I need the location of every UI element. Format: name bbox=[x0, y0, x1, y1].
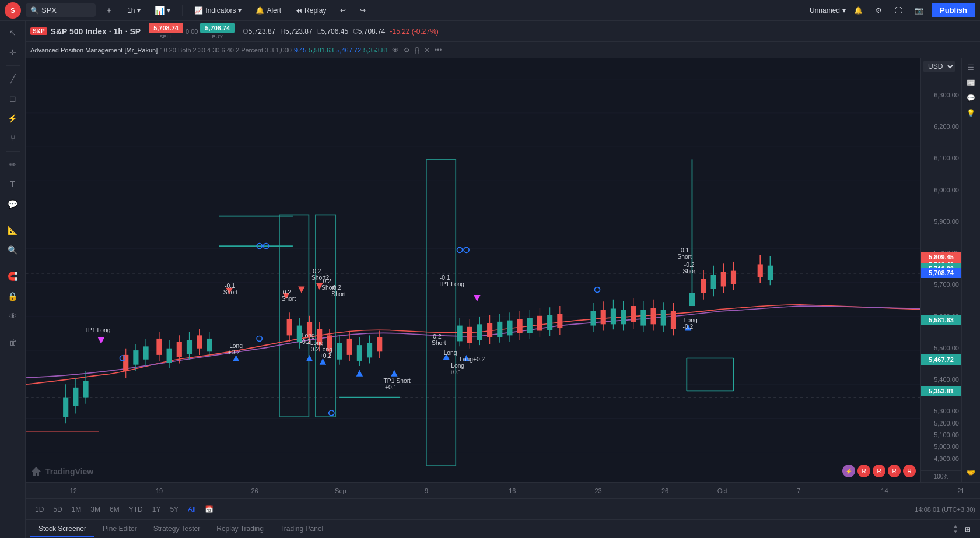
period-6m[interactable]: 6M bbox=[105, 503, 124, 516]
right-sidebar: ☰ 📰 💬 💡 🤝 bbox=[961, 58, 980, 482]
period-ytd[interactable]: YTD bbox=[124, 503, 148, 516]
indicators-button[interactable]: 📈 Indicators ▾ bbox=[190, 4, 246, 17]
symbol-input[interactable] bbox=[41, 6, 88, 15]
low-value: L5,706.45 bbox=[317, 27, 348, 36]
crosshair-tool[interactable]: ✛ bbox=[4, 43, 22, 62]
svg-rect-93 bbox=[590, 311, 596, 326]
svg-rect-107 bbox=[661, 310, 666, 326]
settings-button[interactable]: ⚙ bbox=[871, 4, 887, 17]
watchlist-icon[interactable]: ☰ bbox=[964, 61, 978, 75]
shapes-tool[interactable]: ◻ bbox=[4, 89, 22, 108]
alert-button[interactable]: 🔔 Alert bbox=[251, 4, 286, 17]
delete-indicator-icon[interactable]: ✕ bbox=[423, 46, 431, 54]
svg-rect-101 bbox=[631, 306, 636, 322]
period-5d[interactable]: 5D bbox=[48, 503, 66, 516]
panel-resize-arrows[interactable]: ▲ ▼ bbox=[953, 523, 958, 535]
callout-tool[interactable]: 💬 bbox=[4, 195, 22, 213]
screenshot-button[interactable]: 📷 bbox=[910, 4, 928, 17]
period-3m[interactable]: 3M bbox=[86, 503, 105, 516]
svg-text:-0.1: -0.1 bbox=[440, 275, 450, 281]
brush-tool[interactable]: ✏ bbox=[4, 155, 22, 174]
tab-trading-panel[interactable]: Trading Panel bbox=[272, 521, 331, 537]
zoom-tool[interactable]: 🔍 bbox=[4, 241, 22, 259]
eye-indicator-icon[interactable]: 👁 bbox=[391, 46, 400, 54]
undo-button[interactable]: ↩ bbox=[335, 4, 351, 17]
period-1y[interactable]: 1Y bbox=[148, 503, 166, 516]
svg-text:Short: Short bbox=[223, 289, 238, 296]
trash-tool[interactable]: 🗑 bbox=[4, 333, 22, 351]
interval-button[interactable]: 1h ▾ bbox=[123, 4, 145, 17]
period-bar: 1D 5D 1M 3M 6M YTD 1Y 5Y All 📅 14:08:01 … bbox=[26, 498, 980, 519]
svg-rect-39 bbox=[156, 339, 162, 355]
lock-indicator-icon[interactable]: {} bbox=[414, 46, 421, 54]
expand-panel-button[interactable]: ⊞ bbox=[960, 523, 975, 536]
tab-strategy-tester[interactable]: Strategy Tester bbox=[145, 521, 208, 537]
magnet-tool[interactable]: 🧲 bbox=[4, 267, 22, 286]
svg-rect-63 bbox=[347, 339, 352, 355]
currency-selector[interactable]: USD bbox=[921, 58, 961, 75]
social-icon-1[interactable]: ⚡ bbox=[842, 465, 855, 477]
publish-button[interactable]: Publish bbox=[932, 3, 975, 17]
eye-tool[interactable]: 👁 bbox=[4, 307, 22, 325]
social-icon-2[interactable]: R bbox=[858, 465, 870, 477]
svg-text:+0.1: +0.1 bbox=[450, 370, 462, 376]
notification-button[interactable]: 🔔 bbox=[849, 4, 867, 17]
chart-svg: -0.1 Short 0.2 Short 0.2 Short2 0.2 Shor… bbox=[26, 58, 921, 482]
period-5y[interactable]: 5Y bbox=[165, 503, 183, 516]
symbol-name[interactable]: S&P 500 Index · 1h · SP bbox=[51, 27, 141, 36]
ideas-icon[interactable]: 💡 bbox=[964, 106, 978, 120]
fib-tool[interactable]: ⚡ bbox=[4, 109, 22, 128]
svg-text:0.2: 0.2 bbox=[433, 333, 442, 340]
measure-tool[interactable]: 📐 bbox=[4, 221, 22, 240]
replay-button[interactable]: ⏮ Replay bbox=[290, 4, 331, 17]
redo-button[interactable]: ↪ bbox=[355, 4, 370, 17]
trendline-tool[interactable]: ╱ bbox=[4, 69, 22, 88]
date-range-button[interactable]: 📅 bbox=[200, 503, 218, 516]
arrow-down-icon[interactable]: ▼ bbox=[953, 529, 958, 535]
time-label-26b: 26 bbox=[662, 487, 668, 494]
lock-tool[interactable]: 🔒 bbox=[4, 287, 22, 305]
currency-select[interactable]: USD bbox=[923, 61, 955, 72]
svg-rect-77 bbox=[487, 323, 492, 337]
add-chart-button[interactable]: ＋ bbox=[100, 3, 118, 18]
svg-text:Long: Long bbox=[444, 350, 457, 356]
more-indicator-icon[interactable]: ••• bbox=[433, 46, 443, 54]
bell-icon: 🔔 bbox=[854, 6, 863, 15]
text-tool[interactable]: T bbox=[4, 175, 22, 194]
svg-rect-67 bbox=[367, 343, 372, 358]
svg-rect-75 bbox=[477, 324, 482, 340]
arrow-up-icon[interactable]: ▲ bbox=[953, 523, 958, 529]
news-icon[interactable]: 📰 bbox=[964, 76, 978, 90]
svg-rect-51 bbox=[287, 319, 292, 335]
chevron-down-icon: ▾ bbox=[167, 6, 170, 15]
price-mid: 0.00 bbox=[186, 28, 198, 35]
chart-type-button[interactable]: 📊 ▾ bbox=[150, 3, 175, 17]
cursor-tool[interactable]: ↖ bbox=[4, 23, 22, 42]
symbol-search[interactable]: 🔍 bbox=[26, 3, 96, 17]
chart-canvas[interactable]: -0.1 Short 0.2 Short 0.2 Short2 0.2 Shor… bbox=[26, 58, 921, 482]
social-icon-4[interactable]: R bbox=[888, 465, 901, 477]
tab-pine-editor[interactable]: Pine Editor bbox=[94, 521, 145, 537]
time-label-12: 12 bbox=[70, 487, 77, 494]
chevron-down-icon: ▾ bbox=[842, 6, 846, 15]
social-icon-3[interactable]: R bbox=[873, 465, 886, 477]
fullscreen-button[interactable]: ⛶ bbox=[890, 4, 907, 17]
handshake-icon[interactable]: 🤝 bbox=[964, 466, 978, 480]
tab-replay-trading[interactable]: Replay Trading bbox=[208, 521, 272, 537]
svg-rect-47 bbox=[197, 335, 202, 348]
chat-icon[interactable]: 💬 bbox=[964, 91, 978, 105]
buy-button[interactable]: 5,708.74 bbox=[200, 23, 235, 33]
sell-button[interactable]: 5,708.74 bbox=[149, 23, 183, 33]
period-all[interactable]: All bbox=[183, 503, 200, 516]
svg-text:Long+0.2: Long+0.2 bbox=[460, 356, 485, 363]
settings-indicator-icon[interactable]: ⚙ bbox=[402, 46, 411, 54]
social-icon-5[interactable]: R bbox=[903, 465, 916, 477]
svg-text:TP1 Short: TP1 Short bbox=[384, 378, 411, 384]
period-1d[interactable]: 1D bbox=[30, 503, 48, 516]
pitchfork-tool[interactable]: ⑂ bbox=[4, 129, 22, 147]
period-1m[interactable]: 1M bbox=[67, 503, 86, 516]
price-5100: 5,100.00 bbox=[934, 431, 959, 438]
svg-text:TP1 Long: TP1 Long bbox=[85, 327, 111, 333]
tab-stock-screener[interactable]: Stock Screener bbox=[30, 521, 94, 537]
price-6200: 6,200.00 bbox=[934, 123, 959, 130]
